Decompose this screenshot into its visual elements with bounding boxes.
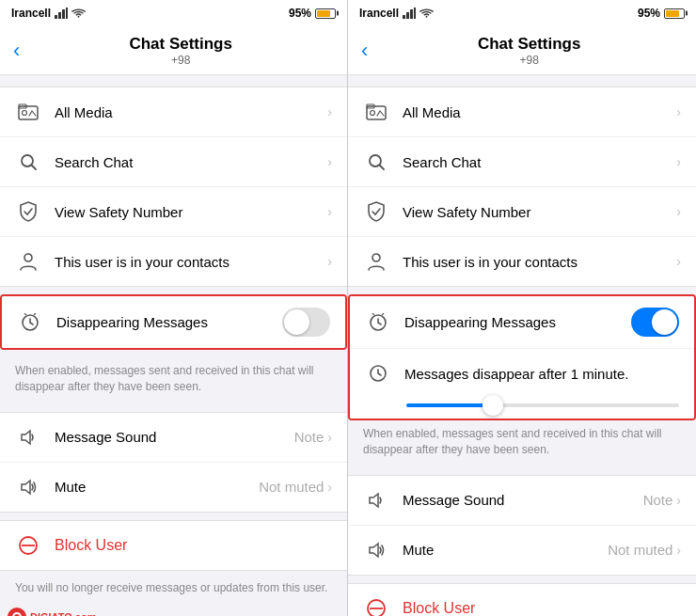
- left-safety-number-chevron: ›: [327, 204, 332, 219]
- right-all-media-label: All Media: [403, 104, 676, 120]
- right-person-icon: [363, 248, 389, 275]
- left-back-button[interactable]: ‹: [13, 39, 20, 63]
- left-top-section: All Media › Search Chat ›: [0, 87, 347, 287]
- left-watermark: DIGIATO.com: [30, 611, 97, 616]
- svg-rect-2: [62, 9, 65, 19]
- left-media-icon: [15, 99, 41, 125]
- left-panel: Irancell 95% ‹ Chat Settings +98: [0, 0, 348, 616]
- right-shield-icon: [363, 198, 389, 225]
- left-safety-number-item[interactable]: View Safety Number ›: [0, 187, 347, 237]
- right-all-media-chevron: ›: [676, 104, 681, 119]
- right-nav-subtitle: +98: [519, 54, 538, 67]
- right-safety-number-label: View Safety Number: [403, 204, 676, 220]
- right-sound-item[interactable]: Message Sound Note ›: [348, 476, 696, 526]
- left-carrier: Irancell: [11, 7, 51, 20]
- left-disappearing-item[interactable]: Disappearing Messages: [2, 296, 345, 348]
- left-content: All Media › Search Chat ›: [0, 75, 347, 616]
- right-slider-thumb[interactable]: [482, 395, 503, 416]
- right-all-media-item[interactable]: All Media ›: [348, 87, 696, 137]
- right-mute-item[interactable]: Mute Not muted ›: [348, 526, 696, 575]
- left-contacts-label: This user is in your contacts: [55, 254, 327, 270]
- svg-point-23: [371, 111, 375, 116]
- right-block-label: Block User: [403, 600, 475, 616]
- left-sound-icon: [15, 424, 41, 450]
- left-person-icon: [15, 248, 41, 275]
- left-block-item[interactable]: Block User: [0, 520, 347, 571]
- left-shield-icon: [15, 198, 41, 225]
- right-nav-title: Chat Settings: [478, 35, 581, 54]
- right-back-button[interactable]: ‹: [361, 39, 368, 63]
- svg-line-12: [34, 313, 36, 315]
- left-disappearing-toggle[interactable]: [282, 308, 330, 337]
- right-slider-wrap: [350, 398, 694, 419]
- left-disappearing-label: Disappearing Messages: [56, 314, 282, 330]
- right-carrier: Irancell: [359, 7, 399, 20]
- svg-rect-20: [414, 8, 416, 19]
- left-sound-mute-section: Message Sound Note › Mute Not muted ›: [0, 412, 347, 513]
- right-nav-bar: ‹ Chat Settings +98: [348, 26, 696, 75]
- svg-rect-0: [55, 15, 57, 19]
- right-contacts-label: This user is in your contacts: [403, 254, 676, 270]
- right-safety-number-item[interactable]: View Safety Number ›: [348, 187, 696, 237]
- left-mute-label: Mute: [55, 479, 259, 495]
- right-disappear-after-label: Messages disappear after 1 minute.: [404, 366, 679, 382]
- right-sound-label: Message Sound: [403, 492, 643, 508]
- left-nav-title: Chat Settings: [129, 35, 232, 54]
- right-panel: Irancell 95% ‹ Chat Settings +98: [348, 0, 696, 616]
- right-disappearing-toggle[interactable]: [631, 308, 679, 337]
- right-search-chat-chevron: ›: [676, 154, 681, 169]
- right-signal-icon: [403, 8, 416, 19]
- right-search-chat-label: Search Chat: [403, 154, 676, 170]
- right-battery-icon: [664, 8, 685, 19]
- left-battery-icon: [315, 8, 336, 19]
- right-disappearing-section: Disappearing Messages Messages disappear…: [348, 294, 696, 420]
- right-disappearing-label: Disappearing Messages: [404, 314, 631, 330]
- right-sound-mute-section: Message Sound Note › Mute Not muted ›: [348, 475, 696, 576]
- right-sound-value: Note: [643, 492, 673, 508]
- right-slider-fill: [406, 403, 488, 407]
- left-status-bar: Irancell 95%: [0, 0, 347, 26]
- right-contacts-item[interactable]: This user is in your contacts ›: [348, 237, 696, 286]
- right-search-icon: [363, 149, 389, 175]
- svg-line-8: [32, 166, 37, 170]
- right-content: All Media › Search Chat ›: [348, 75, 696, 616]
- left-search-chat-item[interactable]: Search Chat ›: [0, 137, 347, 187]
- right-block-item[interactable]: Block User: [348, 583, 696, 616]
- right-status-bar: Irancell 95%: [348, 0, 696, 26]
- svg-rect-3: [66, 8, 68, 19]
- left-block-icon: [15, 532, 41, 559]
- left-sound-label: Message Sound: [55, 429, 294, 445]
- right-wifi-icon: [419, 8, 434, 19]
- right-mute-icon: [363, 537, 389, 563]
- right-media-icon: [363, 99, 389, 125]
- svg-rect-19: [410, 9, 413, 19]
- left-wifi-icon: [71, 8, 86, 19]
- left-disappearing-section: Disappearing Messages: [0, 294, 347, 350]
- svg-line-29: [382, 313, 384, 315]
- right-mute-label: Mute: [403, 542, 608, 558]
- left-contacts-item[interactable]: This user is in your contacts ›: [0, 237, 347, 286]
- right-block-icon: [363, 595, 389, 616]
- left-mute-chevron: ›: [327, 480, 332, 495]
- svg-point-26: [372, 254, 380, 261]
- right-slider-track[interactable]: [406, 403, 679, 407]
- svg-rect-1: [58, 12, 61, 19]
- right-disappearing-item[interactable]: Disappearing Messages: [350, 296, 694, 349]
- right-mute-chevron: ›: [676, 543, 681, 558]
- right-sound-icon: [363, 487, 389, 513]
- left-sound-item[interactable]: Message Sound Note ›: [0, 413, 347, 463]
- right-search-chat-item[interactable]: Search Chat ›: [348, 137, 696, 187]
- svg-line-28: [372, 313, 374, 315]
- right-battery-pct: 95%: [638, 7, 660, 20]
- left-nav-subtitle: +98: [171, 54, 190, 67]
- left-block-helper: You will no longer receive messages or u…: [0, 577, 347, 604]
- svg-point-6: [23, 111, 27, 116]
- right-sound-chevron: ›: [676, 493, 681, 508]
- left-helper-text: When enabled, messages sent and received…: [0, 357, 347, 404]
- left-all-media-item[interactable]: All Media ›: [0, 87, 347, 137]
- left-search-chat-chevron: ›: [327, 154, 332, 169]
- left-all-media-label: All Media: [55, 104, 327, 120]
- left-mute-value: Not muted: [259, 479, 324, 495]
- left-mute-item[interactable]: Mute Not muted ›: [0, 463, 347, 512]
- left-nav-bar: ‹ Chat Settings +98: [0, 26, 347, 75]
